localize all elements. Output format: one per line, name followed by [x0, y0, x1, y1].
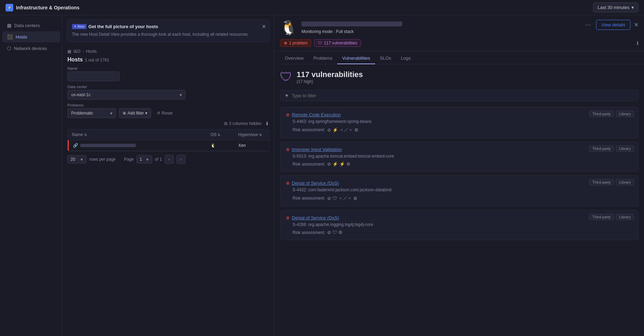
host-meta: Monitoring mode : Full stack: [302, 22, 402, 34]
risk-row-1: Risk assessment: ⊘ ⚡ ＜／＞ ⚙: [286, 127, 633, 133]
reset-button[interactable]: ↺ Reset: [154, 109, 175, 118]
view-details-button[interactable]: View details: [596, 20, 630, 30]
vuln-id-1: S-4463: org.springframework:spring-beans: [286, 119, 633, 124]
columns-hidden-label: 3 columns hidden: [229, 121, 262, 126]
hosts-table: Name ⇅ OS ⇅ Hypervisor ⇅ 🔗 🐧: [67, 129, 269, 151]
breadcrumb-current: Hosts: [86, 49, 97, 54]
next-page-button[interactable]: ›: [176, 155, 185, 164]
hosts-header: Hosts 1 out of 1761: [63, 55, 274, 66]
tab-slos[interactable]: SLOs: [375, 53, 396, 64]
vuln-tag-third-party-4: Third-party: [589, 214, 614, 220]
table-row[interactable]: 🔗 🐧 Xen: [68, 140, 269, 151]
td-name: 🔗: [69, 140, 206, 151]
add-filter-button[interactable]: ⊕ Add filter ▾: [119, 108, 151, 118]
host-name-bar: [80, 144, 136, 147]
table-header-row: Name ⇅ OS ⇅ Hypervisor ⇅: [68, 129, 269, 140]
close-panel-button[interactable]: ✕: [634, 22, 638, 28]
problems-filter-label: Problems: [67, 103, 269, 107]
vuln-tag-third-party-2: Third-party: [589, 145, 614, 152]
td-os: 🐧: [206, 140, 234, 151]
vulnerabilities-content: 🛡 117 vulnerabilities (17 high) ▼ Third-…: [274, 64, 644, 336]
name-filter-label: Name: [67, 66, 269, 70]
problem-icon: ⊗: [284, 41, 287, 45]
risk-icon-2b: ⚡: [332, 161, 338, 167]
risk-icon-1b: ⚡: [332, 127, 338, 133]
notification-banner: ✕ ✦ New Get the full picture of your hos…: [67, 19, 270, 42]
vuln-card-1-tags: Third-party Library: [589, 111, 634, 117]
tab-problems[interactable]: Problems: [308, 53, 337, 64]
prev-page-button[interactable]: ‹: [165, 155, 174, 164]
vuln-card-2-tags: Third-party Library: [589, 145, 634, 152]
of-text: of 1: [155, 157, 162, 162]
filter-area: Name Data center us-east-1c Problems Pro…: [63, 66, 274, 118]
vuln-tag-third-party: Third-party: [589, 111, 614, 117]
add-filter-chevron: ▾: [145, 111, 147, 116]
info-icon[interactable]: ℹ: [637, 40, 638, 46]
time-range-label: Last 30 minutes: [597, 5, 629, 10]
problem-badge: ⊗ 1 problem: [280, 39, 311, 47]
notification-close-button[interactable]: ✕: [262, 23, 266, 30]
page-select[interactable]: 1: [137, 155, 152, 163]
vuln-card-4-tags: Third-party Library: [589, 214, 634, 220]
tab-vulnerabilities[interactable]: Vulnerabilities: [337, 53, 375, 64]
vuln-id-2: S-5513: org.apache.tomcat.embed:tomcat-e…: [286, 154, 633, 159]
breadcrumb-icon: ▦: [67, 49, 71, 54]
vuln-card-4: Third-party Library ⊗ Denial of Service …: [280, 210, 638, 240]
vuln-summary: 🛡 117 vulnerabilities (17 high): [280, 70, 638, 84]
sidebar: ▦ Data centers ⬛ Hosts ⬡ Network devices: [0, 15, 63, 336]
vuln-name-4[interactable]: Denial of Service (DoS): [292, 215, 339, 220]
sidebar-item-hosts[interactable]: ⬛ Hosts: [2, 31, 60, 42]
problems-select-wrapper: Problematic: [67, 108, 116, 118]
sidebar-item-datacenters[interactable]: ▦ Data centers: [2, 20, 60, 31]
new-badge: ✦ New: [72, 24, 86, 29]
hosts-count: 1 out of 1761: [85, 58, 109, 62]
host-name-blurred: [302, 22, 402, 26]
vuln-filter[interactable]: ▼: [280, 90, 638, 101]
vuln-badge-shield-icon: 🛡: [318, 41, 322, 45]
vuln-tag-library: Library: [616, 111, 634, 117]
vuln-name-row-4: ⊗ Denial of Service (DoS): [286, 215, 633, 220]
reset-label: Reset: [162, 111, 172, 116]
notification-body: The new Host Detail View provides a thor…: [72, 31, 265, 37]
vuln-name-1[interactable]: Remote Code Execution: [292, 112, 341, 117]
vuln-filter-input[interactable]: [292, 93, 634, 98]
page-size-select[interactable]: 20 50 100: [67, 155, 86, 163]
tab-logs[interactable]: Logs: [396, 53, 415, 64]
vuln-count-title: 117 vulnerabilities: [297, 70, 363, 79]
risk-label-1: Risk assessment:: [292, 127, 325, 132]
problems-row: Problematic ⊕ Add filter ▾ ↺ Reset: [67, 108, 269, 118]
vuln-name-2[interactable]: Improper Input Validation: [292, 147, 342, 152]
sidebar-item-hosts-label: Hosts: [16, 34, 27, 40]
top-header: ⚡ Infrastructure & Operations Last 30 mi…: [0, 0, 644, 15]
os-icon: 🐧: [210, 143, 216, 148]
hosts-icon: ⬛: [7, 34, 13, 40]
breadcrumb-parent: I&O: [73, 49, 81, 54]
vuln-error-icon-1: ⊗: [286, 112, 290, 117]
vuln-shield-large-icon: 🛡: [280, 70, 292, 84]
add-filter-label: Add filter: [127, 111, 144, 116]
name-filter-input[interactable]: [67, 72, 119, 81]
problems-select[interactable]: Problematic: [67, 108, 116, 118]
risk-icon-4b: 🛡: [332, 230, 337, 235]
columns-hidden-button[interactable]: ⊞ 3 columns hidden: [224, 121, 262, 126]
problems-filter-group: Problems Problematic ⊕ Add filter ▾ ↺: [67, 103, 269, 118]
download-button[interactable]: ⬇: [265, 121, 269, 126]
sidebar-item-network[interactable]: ⬡ Network devices: [2, 43, 60, 54]
risk-icon-3b: 🛡: [332, 196, 337, 201]
vuln-name-3[interactable]: Denial of Service (DoS): [292, 180, 339, 186]
vuln-subtitle: (17 high): [297, 79, 363, 84]
monitoring-mode: Monitoring mode : Full stack: [302, 29, 402, 34]
vuln-tag-library-2: Library: [616, 145, 634, 152]
page-label: Page: [124, 157, 134, 162]
vuln-badge-text: 117 vulnerabilities: [324, 41, 357, 45]
datacenter-filter-label: Data center: [67, 85, 269, 89]
time-range-button[interactable]: Last 30 minutes ▾: [593, 2, 638, 12]
risk-icon-4c: ⚙: [338, 230, 342, 235]
more-options-button[interactable]: ⋯: [584, 19, 593, 30]
tab-overview[interactable]: Overview: [280, 53, 308, 64]
tabs-bar: Overview Problems Vulnerabilities SLOs L…: [274, 53, 644, 64]
host-detail-top: 🐧 Monitoring mode : Full stack ⋯ View de…: [280, 19, 638, 36]
main-layout: ▦ Data centers ⬛ Hosts ⬡ Network devices…: [0, 15, 644, 336]
risk-label-3: Risk assessment:: [292, 196, 325, 201]
datacenter-select[interactable]: us-east-1c: [67, 90, 185, 100]
